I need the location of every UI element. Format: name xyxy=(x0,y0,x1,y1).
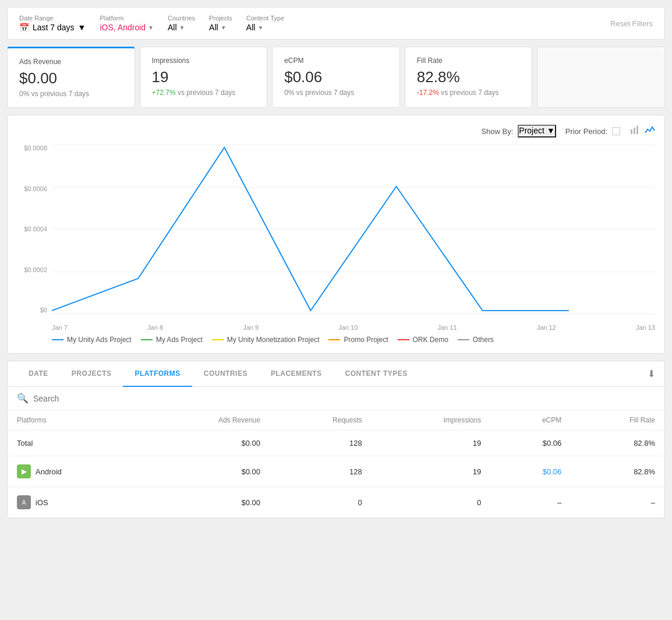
android-icon: ▶ xyxy=(17,464,31,478)
metric-fill-rate-value: 82.8% xyxy=(417,68,521,86)
table-row-android: ▶ Android $0.00 128 19 $0.06 82.8% xyxy=(8,456,664,487)
x-label-5: Jan 11 xyxy=(437,324,457,331)
projects-caret: ▼ xyxy=(221,24,227,31)
ios-platform-cell: A iOS xyxy=(17,495,132,509)
show-by-select[interactable]: Project ▼ xyxy=(518,125,556,138)
download-icon[interactable]: ⬇ xyxy=(648,368,655,379)
prior-period-checkbox[interactable] xyxy=(612,127,620,135)
cell-ios-ecpm: – xyxy=(490,487,571,518)
metric-fill-rate-label: Fill Rate xyxy=(417,57,521,65)
legend-unity-ads: My Unity Ads Project xyxy=(52,336,132,344)
countries-caret: ▼ xyxy=(179,24,185,31)
ios-icon: A xyxy=(17,495,31,509)
chart-legend: My Unity Ads Project My Ads Project My U… xyxy=(17,336,655,344)
cell-total-ecpm: $0.06 xyxy=(490,431,571,456)
line-chart-icon[interactable] xyxy=(645,125,655,138)
legend-label-monetization: My Unity Monetization Project xyxy=(227,336,320,344)
platform-value: iOS, Android xyxy=(100,23,146,32)
y-axis: $0.0008 $0.0006 $0.0004 $0.0002 $0 xyxy=(17,145,52,313)
content-type-value: All xyxy=(246,23,256,32)
grid-line-5 xyxy=(52,313,655,314)
date-range-caret: ▼ xyxy=(78,23,86,32)
metric-ecpm-label: eCPM xyxy=(284,57,388,65)
android-platform-cell: ▶ Android xyxy=(17,464,132,478)
metric-impressions-change: +72.7% vs previous 7 days xyxy=(152,89,256,97)
tab-date[interactable]: DATE xyxy=(17,361,60,387)
cell-total-revenue: $0.00 xyxy=(142,431,270,456)
countries-label: Countries xyxy=(168,15,195,22)
tab-countries[interactable]: COUNTRIES xyxy=(192,361,259,387)
cell-total-requests: 128 xyxy=(270,431,372,456)
projects-value: All xyxy=(209,23,218,32)
content-type-label: Content Type xyxy=(246,15,284,22)
chart-type-icons xyxy=(629,125,655,138)
cell-ios-revenue: $0.00 xyxy=(142,487,270,518)
projects-select[interactable]: All ▼ xyxy=(209,23,232,32)
cell-ios-impressions: 0 xyxy=(372,487,490,518)
y-label-4: $0.0002 xyxy=(24,266,47,273)
ios-label: iOS xyxy=(36,498,48,507)
line-chart-svg xyxy=(52,145,655,313)
date-range-filter: Date Range 📅 Last 7 days ▼ xyxy=(19,15,86,32)
metric-ecpm-change: 0% vs previous 7 days xyxy=(284,89,388,97)
cell-android-requests: 128 xyxy=(270,456,372,487)
col-requests: Requests xyxy=(270,410,372,431)
legend-label-ork: ORK Demo xyxy=(413,336,448,344)
search-input[interactable] xyxy=(33,394,655,403)
y-label-2: $0.0006 xyxy=(24,185,47,192)
cell-android-ecpm[interactable]: $0.06 xyxy=(490,456,571,487)
countries-select[interactable]: All ▼ xyxy=(168,23,195,32)
content-type-select[interactable]: All ▼ xyxy=(246,23,284,32)
col-platforms: Platforms xyxy=(8,410,142,431)
legend-ads-project: My Ads Project xyxy=(141,336,203,344)
x-label-7: Jan 13 xyxy=(636,324,655,331)
reset-filters-button[interactable]: Reset Filters xyxy=(610,19,653,28)
metric-ecpm-value: $0.06 xyxy=(284,68,388,86)
cell-android-impressions: 19 xyxy=(372,456,490,487)
countries-filter: Countries All ▼ xyxy=(168,15,195,32)
prior-period-label: Prior Period: xyxy=(565,127,607,136)
show-by-value: Project xyxy=(519,126,544,135)
data-table: Platforms Ads Revenue Requests Impressio… xyxy=(8,410,664,518)
search-bar: 🔍 xyxy=(8,387,664,410)
legend-color-monetization xyxy=(212,339,224,340)
metric-ads-revenue: Ads Revenue $0.00 0% vs previous 7 days xyxy=(7,47,135,108)
tab-projects[interactable]: PROJECTS xyxy=(60,361,123,387)
prior-period-control: Prior Period: xyxy=(565,127,620,136)
metric-impressions-label: Impressions xyxy=(152,57,256,65)
cell-total-impressions: 19 xyxy=(372,431,490,456)
show-by-control: Show By: Project ▼ xyxy=(481,125,556,138)
table-row-ios: A iOS $0.00 0 0 – – xyxy=(8,487,664,518)
legend-color-ads-project xyxy=(141,339,153,340)
legend-promo: Promo Project xyxy=(328,336,388,344)
tab-content-types[interactable]: CONTENT TYPES xyxy=(334,361,419,387)
cell-ios-requests: 0 xyxy=(270,487,372,518)
chart-section: Show By: Project ▼ Prior Period: xyxy=(7,115,665,354)
col-impressions: Impressions xyxy=(372,410,490,431)
metric-ads-revenue-change: 0% vs previous 7 days xyxy=(19,90,123,98)
cell-ios-fillrate: – xyxy=(571,487,664,518)
metric-ads-revenue-label: Ads Revenue xyxy=(19,58,123,66)
y-label-5: $0 xyxy=(40,307,47,313)
projects-filter: Projects All ▼ xyxy=(209,15,232,32)
chart-controls: Show By: Project ▼ Prior Period: xyxy=(17,125,655,138)
platform-filter: Platform iOS, Android ▼ xyxy=(100,15,154,32)
countries-value: All xyxy=(168,23,177,32)
x-label-3: Jan 9 xyxy=(243,324,259,331)
legend-label-promo: Promo Project xyxy=(344,336,388,344)
cell-android-fillrate: 82.8% xyxy=(571,456,664,487)
platform-select[interactable]: iOS, Android ▼ xyxy=(100,23,154,32)
date-range-button[interactable]: 📅 Last 7 days ▼ xyxy=(19,23,86,32)
col-ads-revenue: Ads Revenue xyxy=(142,410,270,431)
metric-ads-revenue-value: $0.00 xyxy=(19,69,123,87)
x-label-2: Jan 8 xyxy=(147,324,163,331)
bar-chart-icon[interactable] xyxy=(629,125,640,138)
table-row-total: Total $0.00 128 19 $0.06 82.8% xyxy=(8,431,664,456)
x-label-1: Jan 7 xyxy=(52,324,68,331)
tab-placements[interactable]: PLACEMENTS xyxy=(259,361,334,387)
col-ecpm: eCPM xyxy=(490,410,571,431)
tab-platforms[interactable]: PLATFORMS xyxy=(123,361,192,387)
legend-label-unity-ads: My Unity Ads Project xyxy=(67,336,132,344)
projects-label: Projects xyxy=(209,15,232,22)
cell-android-name: ▶ Android xyxy=(8,456,142,487)
